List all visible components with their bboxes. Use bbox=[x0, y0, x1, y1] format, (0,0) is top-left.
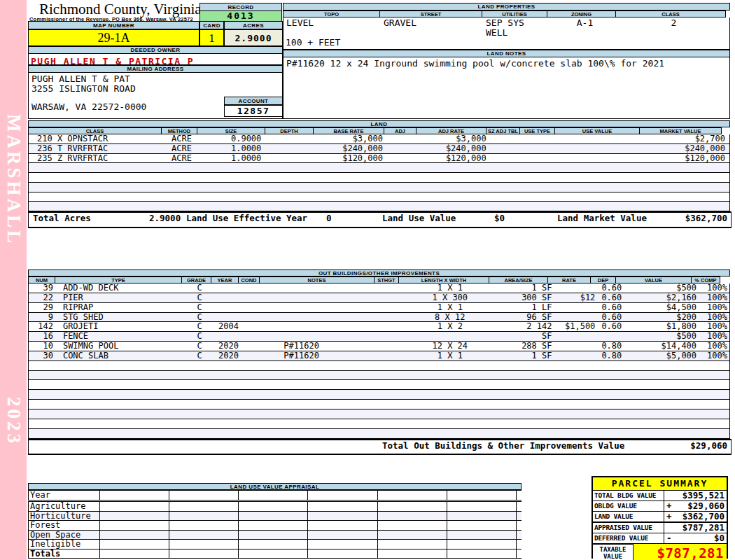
out-buildings-cell-grade: C bbox=[185, 284, 215, 293]
land-table-cell-class: 210 X OPNSTACR bbox=[29, 134, 164, 144]
out-buildings-body: 39ADD-WD DECKC1 X 11 SF0.60$500100%22PIE… bbox=[28, 284, 730, 439]
out-buildings-cell-value bbox=[624, 419, 700, 428]
out-buildings-cell-sthgt bbox=[379, 400, 405, 409]
out-buildings-cell-cond bbox=[242, 400, 264, 409]
out-buildings-cell-sthgt bbox=[379, 322, 405, 331]
land-use-appraisal-cell bbox=[100, 512, 169, 521]
land-use-value-label: Land Use Value bbox=[382, 213, 456, 223]
out-buildings-cell-area bbox=[496, 400, 555, 409]
land-use-appraisal-title: LAND USE VALUE APPRAISAL bbox=[28, 483, 522, 490]
land-table-header-row: CLASSMETHODSIZEDEPTHBASE RATEADJADJ RATE… bbox=[28, 127, 722, 134]
out-buildings-column-header: % COMP bbox=[692, 276, 720, 284]
out-buildings-cell-sthgt bbox=[379, 410, 405, 419]
out-buildings-cell-notes: P#11620 bbox=[264, 351, 379, 360]
land-use-appraisal-cell bbox=[308, 502, 378, 511]
land-table-cell-sz_adj_tbl bbox=[492, 134, 526, 144]
out-buildings-cell-sthgt bbox=[379, 380, 405, 389]
land-table-cell-depth bbox=[268, 134, 317, 144]
land-use-appraisal-cell bbox=[447, 491, 517, 500]
land-use-appraisal-cell bbox=[169, 512, 239, 521]
out-buildings-cell-notes bbox=[264, 380, 379, 389]
out-buildings-cell-type: GROJETI bbox=[57, 322, 185, 331]
out-buildings-cell-num: 9 bbox=[29, 313, 57, 322]
land-use-appraisal-cell bbox=[378, 521, 447, 530]
out-buildings-cell-sthgt bbox=[379, 429, 405, 438]
land-use-appraisal-cell bbox=[239, 550, 308, 559]
out-buildings-cell-area bbox=[496, 361, 555, 370]
street-value: GRAVEL bbox=[384, 18, 416, 28]
land-table-cell-market_value bbox=[647, 173, 729, 182]
out-buildings-cell-area: 96 SF bbox=[496, 313, 555, 322]
out-buildings-cell-notes bbox=[264, 429, 379, 438]
out-buildings-row: 16FENCECSF$500100% bbox=[29, 332, 729, 342]
land-table-cell-use_value bbox=[561, 192, 647, 202]
land-use-appraisal-cell bbox=[308, 531, 378, 540]
land-table-row: 236 T RVRFRTACACRE1.0000$240,000$240,000… bbox=[29, 144, 729, 154]
land-table-cell-use_value bbox=[561, 134, 647, 144]
out-buildings-cell-sthgt bbox=[379, 313, 405, 322]
out-buildings-cell-lxw bbox=[405, 400, 496, 409]
out-buildings-cell-grade bbox=[185, 419, 215, 428]
out-buildings-cell-notes bbox=[264, 410, 379, 419]
out-buildings-cell-notes bbox=[264, 284, 379, 293]
out-buildings-cell-rate bbox=[554, 303, 598, 312]
out-buildings-cell-num bbox=[29, 400, 57, 409]
out-buildings-cell-dep bbox=[598, 400, 624, 409]
land-use-appraisal-cell bbox=[169, 531, 239, 540]
land-use-appraisal-cell bbox=[378, 531, 447, 540]
out-buildings-total-value: $29,060 bbox=[690, 440, 727, 451]
out-buildings-cell-year: 2020 bbox=[214, 342, 242, 351]
land-properties-column-header: UTILITIES bbox=[482, 10, 547, 18]
out-buildings-cell-dep: 0.80 bbox=[598, 351, 624, 360]
out-buildings-cell-sthgt bbox=[379, 390, 405, 399]
out-buildings-cell-num: 39 bbox=[29, 284, 57, 293]
land-table-row bbox=[29, 202, 729, 211]
parcel-summary-opval: $395,521 bbox=[664, 491, 727, 500]
out-buildings-cell-cond bbox=[242, 351, 264, 360]
land-use-value: $0 bbox=[463, 213, 505, 223]
out-buildings-cell-cond bbox=[242, 284, 264, 293]
land-use-appraisal-cell bbox=[100, 531, 169, 540]
out-buildings-cell-notes bbox=[264, 371, 379, 380]
out-buildings-cell-type bbox=[57, 371, 185, 380]
out-buildings-cell-cond bbox=[242, 371, 264, 380]
out-buildings-cell-sthgt bbox=[379, 371, 405, 380]
out-buildings-cell-grade bbox=[185, 371, 215, 380]
out-buildings-cell-notes bbox=[264, 390, 379, 399]
land-table-cell-method bbox=[164, 173, 200, 182]
parcel-summary-row: OBLDG VALUE+$29,060 bbox=[593, 501, 727, 512]
out-buildings-cell-notes bbox=[264, 361, 379, 370]
mailing-address-label: MAILING ADDRESS bbox=[28, 65, 283, 73]
land-table-cell-size: 1.0000 bbox=[200, 154, 269, 163]
land-table-cell-adj_rate bbox=[421, 202, 492, 211]
out-buildings-cell-dep bbox=[598, 410, 624, 419]
out-buildings-cell-rate bbox=[554, 419, 598, 428]
land-table-cell-market_value bbox=[647, 192, 729, 202]
out-buildings-cell-comp: 100% bbox=[700, 303, 729, 312]
out-buildings-cell-sthgt bbox=[379, 293, 405, 302]
out-buildings-cell-type: SWIMNG POOL bbox=[57, 342, 185, 351]
pink-spine: MARSHALL 2023 bbox=[0, 0, 27, 560]
acres-value: 2.9000 bbox=[224, 29, 283, 46]
out-buildings-cell-year bbox=[214, 371, 242, 380]
land-table-row: 235 Z RVRFRTACACRE1.0000$120,000$120,000… bbox=[29, 154, 729, 164]
out-buildings-cell-comp bbox=[700, 390, 729, 399]
address-line-3: WARSAW, VA 22572-0000 bbox=[31, 102, 146, 112]
land-table-cell-class: 236 T RVRFRTAC bbox=[29, 144, 164, 153]
year-watermark: 2023 bbox=[2, 397, 26, 446]
out-buildings-cell-grade bbox=[185, 361, 215, 370]
out-buildings-cell-area: 1 LF bbox=[496, 303, 555, 312]
parcel-summary-operator bbox=[664, 491, 676, 500]
out-buildings-cell-sthgt bbox=[379, 342, 405, 351]
land-use-appraisal-cell bbox=[239, 521, 308, 530]
parcel-summary-operator: - bbox=[664, 533, 676, 543]
out-buildings-column-header: STHGT bbox=[374, 276, 399, 284]
land-table-cell-size bbox=[200, 192, 269, 202]
out-buildings-cell-year bbox=[214, 332, 242, 341]
out-buildings-cell-grade: C bbox=[185, 322, 215, 331]
land-table-cell-use_type bbox=[526, 144, 562, 153]
land-use-appraisal-body: AgricultureHorticultureForestOpen SpaceI… bbox=[28, 501, 522, 559]
out-buildings-cell-value bbox=[624, 390, 700, 399]
land-table-cell-sz_adj_tbl bbox=[492, 192, 526, 202]
land-table-row bbox=[29, 183, 729, 192]
